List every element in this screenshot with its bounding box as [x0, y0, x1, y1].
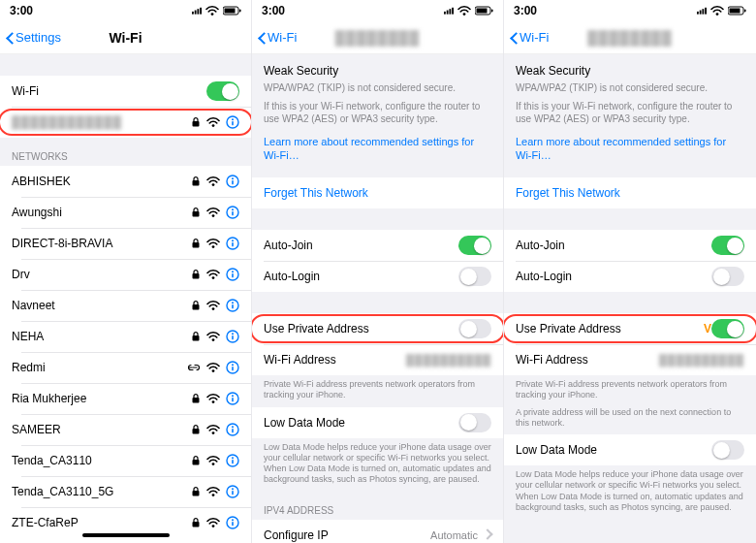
- connected-network-row[interactable]: ████████████: [0, 107, 251, 138]
- connected-network-name: ████████████: [12, 115, 191, 129]
- low-data-toggle[interactable]: [711, 440, 744, 460]
- info-icon[interactable]: [226, 206, 239, 219]
- network-row[interactable]: Tenda_CA3110_5G: [0, 476, 251, 507]
- wifi-icon: [206, 269, 220, 280]
- forget-network-row[interactable]: Forget This Network: [252, 177, 503, 208]
- network-row[interactable]: Navneet: [0, 290, 251, 321]
- wifi-master-toggle-row[interactable]: Wi-Fi: [0, 76, 251, 107]
- wifi-icon: [206, 393, 220, 404]
- ipv4-header: IPV4 ADDRESS: [252, 492, 503, 520]
- use-private-address-row[interactable]: Use Private Address V: [504, 313, 756, 344]
- lock-icon: [191, 487, 201, 496]
- wifi-icon: [206, 300, 220, 311]
- wifi-status-icon: [457, 5, 471, 16]
- network-name: Ria Mukherjee: [12, 392, 191, 405]
- use-private-address-row[interactable]: Use Private Address: [252, 313, 503, 344]
- info-icon[interactable]: [226, 299, 239, 312]
- wifi-address-label: Wi-Fi Address: [516, 353, 659, 367]
- network-row[interactable]: NEHA: [0, 321, 251, 352]
- auto-join-toggle[interactable]: [458, 236, 491, 255]
- wifi-toggle[interactable]: [206, 81, 239, 101]
- low-data-mode-row[interactable]: Low Data Mode: [504, 434, 756, 465]
- nav-bar: Wi-Fi ████████: [252, 21, 503, 54]
- signal-icon: [444, 6, 454, 16]
- wifi-icon: [206, 362, 220, 373]
- auto-login-label: Auto-Login: [264, 270, 458, 283]
- auto-join-row[interactable]: Auto-Join: [252, 230, 503, 261]
- low-data-help: Low Data Mode helps reduce your iPhone d…: [504, 465, 756, 519]
- network-row[interactable]: Tenda_CA3110: [0, 445, 251, 476]
- forget-network-row[interactable]: Forget This Network: [504, 177, 756, 208]
- lock-icon: [191, 270, 201, 279]
- network-name-title: ████████: [587, 30, 672, 46]
- status-bar: 3:00: [0, 0, 251, 21]
- low-data-toggle[interactable]: [458, 413, 491, 432]
- info-icon[interactable]: [226, 392, 239, 405]
- info-icon[interactable]: [226, 330, 239, 343]
- low-data-mode-row[interactable]: Low Data Mode: [252, 407, 503, 438]
- wifi-address-row: Wi-Fi Address ██████████: [504, 344, 756, 375]
- wifi-icon: [206, 455, 220, 466]
- network-row[interactable]: SAMEER: [0, 414, 251, 445]
- auto-login-row[interactable]: Auto-Login: [504, 261, 756, 292]
- wifi-address-value: ██████████: [659, 354, 744, 366]
- private-address-help: Private Wi-Fi address prevents network o…: [252, 375, 503, 407]
- other-network-row[interactable]: Other...: [0, 538, 251, 543]
- network-row[interactable]: ABHISHEK: [0, 166, 251, 197]
- lock-icon: [191, 239, 201, 248]
- network-name-title: ████████: [335, 30, 420, 46]
- status-bar: 3:00: [504, 0, 756, 21]
- info-icon[interactable]: [226, 454, 239, 467]
- back-button[interactable]: Settings: [6, 30, 61, 45]
- network-name: Tenda_CA3110_5G: [12, 485, 191, 498]
- signal-icon: [697, 6, 707, 16]
- nav-bar: Wi-Fi ████████: [504, 21, 756, 54]
- forget-label: Forget This Network: [516, 186, 744, 200]
- checkmark-annotation: V: [704, 322, 711, 335]
- low-data-label: Low Data Mode: [264, 416, 458, 430]
- network-name: Awungshi: [12, 206, 191, 219]
- nav-bar: Settings Wi-Fi: [0, 21, 251, 54]
- auto-join-row[interactable]: Auto-Join: [504, 230, 756, 261]
- info-icon[interactable]: [226, 516, 239, 529]
- network-row[interactable]: Redmi: [0, 352, 251, 383]
- lock-icon: [191, 394, 201, 403]
- wifi-icon: [206, 238, 220, 249]
- weak-security-line1: WPA/WPA2 (TKIP) is not considered secure…: [516, 81, 744, 94]
- lock-icon: [191, 301, 201, 310]
- wifi-icon: [206, 517, 220, 528]
- network-row[interactable]: DIRECT-8i-BRAVIA: [0, 228, 251, 259]
- learn-more-link[interactable]: Learn more about recommended settings fo…: [516, 136, 726, 161]
- low-data-label: Low Data Mode: [516, 443, 711, 457]
- info-icon[interactable]: [226, 423, 239, 436]
- info-icon[interactable]: [226, 361, 239, 374]
- configure-ip-row[interactable]: Configure IP Automatic: [252, 520, 503, 544]
- auto-login-row[interactable]: Auto-Login: [252, 261, 503, 292]
- auto-join-label: Auto-Join: [516, 239, 711, 252]
- back-button[interactable]: Wi-Fi: [510, 30, 549, 45]
- network-row[interactable]: Ria Mukherjee: [0, 383, 251, 414]
- battery-icon: [475, 6, 493, 16]
- auto-join-toggle[interactable]: [711, 236, 744, 255]
- chevron-left-icon: [510, 31, 520, 45]
- info-icon[interactable]: [226, 237, 239, 250]
- auto-login-toggle[interactable]: [458, 267, 491, 286]
- status-time: 3:00: [514, 4, 537, 17]
- lock-icon: [191, 176, 201, 186]
- use-private-toggle[interactable]: [458, 319, 491, 338]
- weak-security-line1: WPA/WPA2 (TKIP) is not considered secure…: [264, 81, 491, 94]
- network-detail-pane-private-on: 3:00 Wi-Fi ████████ Weak Security WPA/WP…: [504, 0, 756, 543]
- wifi-icon: [206, 331, 220, 342]
- info-icon[interactable]: [226, 485, 239, 498]
- info-icon[interactable]: [226, 268, 239, 281]
- auto-login-toggle[interactable]: [711, 267, 744, 286]
- network-row[interactable]: Drv: [0, 259, 251, 290]
- back-button[interactable]: Wi-Fi: [258, 30, 297, 45]
- network-row[interactable]: Awungshi: [0, 197, 251, 228]
- use-private-toggle[interactable]: [711, 319, 744, 338]
- info-icon[interactable]: [226, 115, 239, 129]
- weak-security-title: Weak Security: [264, 64, 491, 78]
- learn-more-link[interactable]: Learn more about recommended settings fo…: [264, 136, 474, 161]
- info-icon[interactable]: [226, 175, 239, 188]
- chevron-right-icon: [484, 530, 491, 540]
